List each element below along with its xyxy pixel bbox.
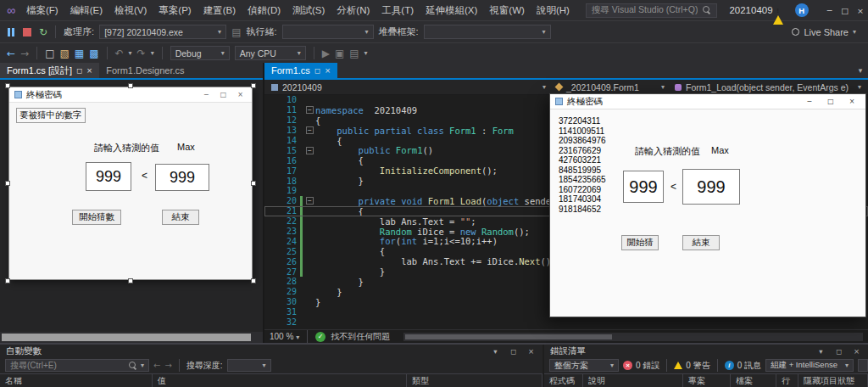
- maximize-button[interactable]: □: [837, 0, 853, 20]
- open-file-icon[interactable]: ▧: [59, 48, 69, 59]
- resize-handle[interactable]: [5, 181, 10, 186]
- app-minimize-button[interactable]: ─: [801, 98, 818, 105]
- resize-handle[interactable]: [128, 278, 133, 283]
- live-share-button[interactable]: Live Share ▾: [792, 27, 856, 37]
- stop-debug-icon[interactable]: [23, 28, 31, 36]
- error-search-input[interactable]: 搜尋錯誤清單: [858, 359, 868, 372]
- new-file-icon[interactable]: □: [45, 48, 54, 59]
- tab-list-dropdown-icon[interactable]: ▾: [853, 66, 868, 75]
- toolbar-misc-icon[interactable]: ▤: [349, 48, 359, 59]
- column-header[interactable]: 說明: [583, 374, 683, 387]
- max-label[interactable]: Max: [177, 142, 195, 152]
- errors-filter-button[interactable]: × 0 錯誤: [623, 360, 659, 372]
- start-debug-icon[interactable]: ▶: [322, 48, 330, 59]
- app-close-button[interactable]: ×: [843, 98, 860, 105]
- column-header[interactable]: 值: [153, 374, 407, 387]
- menu-item[interactable]: 檢視(V): [108, 3, 153, 19]
- designer-form[interactable]: 終極密碼 ─ □ × 要被猜中的數字 請輸入猜測的值 Max 999 < 999…: [8, 87, 253, 280]
- save-all-icon[interactable]: ▩: [89, 48, 98, 59]
- menu-item[interactable]: 分析(N): [331, 3, 376, 19]
- prev-search-result-icon[interactable]: ←: [153, 361, 160, 370]
- close-icon[interactable]: ×: [526, 347, 537, 356]
- breadcrumb-project[interactable]: 20210409 ▾: [266, 80, 551, 94]
- menu-item[interactable]: 專案(P): [153, 3, 197, 19]
- platform-dropdown[interactable]: Any CPU ▾: [235, 46, 306, 60]
- column-header[interactable]: 類型: [407, 374, 542, 387]
- menu-item[interactable]: 編輯(E): [64, 3, 108, 19]
- navigate-forward-icon[interactable]: →: [20, 48, 29, 59]
- autos-search-input[interactable]: 搜尋(Ctrl+E) ▾: [5, 359, 149, 372]
- close-icon[interactable]: ×: [851, 347, 862, 356]
- resize-handle[interactable]: [5, 278, 10, 283]
- fold-collapse-icon[interactable]: −: [306, 126, 314, 134]
- tab-form1-designer-cs[interactable]: Form1.Designer.cs: [99, 63, 191, 78]
- guess-textbox[interactable]: 999: [623, 171, 664, 203]
- column-header[interactable]: 行: [776, 374, 798, 387]
- app-maximize-button[interactable]: □: [822, 98, 839, 105]
- error-list-titlebar[interactable]: 錯誤清單 ▾ ◻ ×: [544, 345, 868, 357]
- max-textbox[interactable]: 999: [155, 164, 209, 191]
- navigate-back-icon[interactable]: ←: [7, 48, 15, 59]
- fold-collapse-icon[interactable]: −: [306, 147, 314, 154]
- thread-dropdown[interactable]: ▾: [282, 25, 374, 39]
- code-line[interactable]: 32: [264, 317, 868, 328]
- process-dropdown[interactable]: [972] 20210409.exe ▾: [99, 25, 226, 39]
- resize-handle[interactable]: [128, 83, 133, 88]
- breadcrumb-method[interactable]: Form1_Load(object sender, EventArgs e) ▾: [670, 80, 866, 94]
- restart-icon[interactable]: ↻: [39, 26, 47, 38]
- pin-icon[interactable]: ◻: [314, 66, 320, 75]
- start-button[interactable]: 開始猜數: [72, 210, 121, 225]
- menu-item[interactable]: 偵錯(D): [242, 3, 287, 19]
- guess-label[interactable]: 請輸入猜測的值: [94, 142, 159, 154]
- column-header[interactable]: 隱藏項目狀態: [798, 374, 868, 387]
- answer-label[interactable]: 要被猜中的數字: [16, 108, 86, 123]
- fold-collapse-icon[interactable]: −: [306, 106, 314, 114]
- pin-icon[interactable]: ◻: [833, 347, 844, 356]
- resize-handle[interactable]: [5, 83, 10, 88]
- scrollbar-thumb[interactable]: [405, 334, 612, 339]
- toolbar-misc-icon[interactable]: ▣: [335, 48, 344, 59]
- window-position-icon[interactable]: ▾: [490, 347, 501, 356]
- messages-filter-button[interactable]: i 0 訊息: [725, 360, 761, 372]
- close-tab-icon[interactable]: ×: [325, 66, 331, 75]
- minimize-button[interactable]: ─: [822, 0, 837, 20]
- menu-item[interactable]: 檔案(F): [20, 3, 64, 19]
- fold-collapse-icon[interactable]: −: [306, 197, 314, 205]
- running-app-window[interactable]: 終極密碼 ─ □ × 37220431111410095112093864976…: [549, 93, 866, 317]
- chevron-down-icon[interactable]: ▾: [364, 49, 368, 57]
- menu-item[interactable]: 測試(S): [287, 3, 331, 19]
- user-avatar[interactable]: H: [795, 3, 809, 17]
- menu-item[interactable]: 視窗(W): [483, 3, 531, 19]
- redo-icon[interactable]: ↷: [137, 48, 146, 59]
- tab-form1-cs[interactable]: Form1.cs ◻ ×: [264, 63, 337, 78]
- warnings-filter-button[interactable]: 0 警告: [674, 360, 709, 372]
- menu-item[interactable]: 建置(B): [198, 3, 242, 19]
- undo-icon[interactable]: ↶: [115, 48, 124, 59]
- menu-item[interactable]: 說明(H): [531, 3, 576, 19]
- chevron-down-icon[interactable]: ▾: [151, 49, 154, 57]
- next-search-result-icon[interactable]: →: [164, 361, 171, 370]
- column-header[interactable]: 程式碼: [544, 374, 583, 387]
- end-button[interactable]: 結束: [162, 210, 199, 225]
- configuration-dropdown[interactable]: Debug ▾: [170, 46, 230, 60]
- search-depth-dropdown[interactable]: ▾: [227, 359, 271, 372]
- column-header[interactable]: 檔案: [731, 374, 776, 387]
- max-textbox[interactable]: 999: [682, 169, 740, 205]
- health-check-icon[interactable]: ✓: [315, 332, 326, 342]
- close-button[interactable]: ×: [853, 0, 868, 20]
- column-header[interactable]: 名稱: [0, 374, 153, 387]
- designer-horizontal-scrollbar[interactable]: [0, 332, 263, 343]
- scrollbar-thumb[interactable]: [2, 334, 251, 341]
- resize-handle[interactable]: [251, 181, 256, 186]
- notification-warning-icon[interactable]: !: [773, 5, 785, 15]
- end-button[interactable]: 結束: [682, 235, 720, 250]
- guess-textbox[interactable]: 999: [86, 162, 131, 191]
- resize-handle[interactable]: [251, 83, 256, 88]
- app-window-titlebar[interactable]: 終極密碼 ─ □ ×: [550, 94, 865, 109]
- start-button[interactable]: 開始猜: [621, 235, 659, 250]
- resize-handle[interactable]: [251, 278, 256, 283]
- pin-icon[interactable]: ◻: [508, 347, 519, 356]
- build-intellisense-dropdown[interactable]: 組建 + IntelliSense ▾: [765, 359, 854, 372]
- window-position-icon[interactable]: ▾: [815, 347, 826, 356]
- autos-panel-titlebar[interactable]: 自動變數 ▾ ◻ ×: [0, 345, 542, 357]
